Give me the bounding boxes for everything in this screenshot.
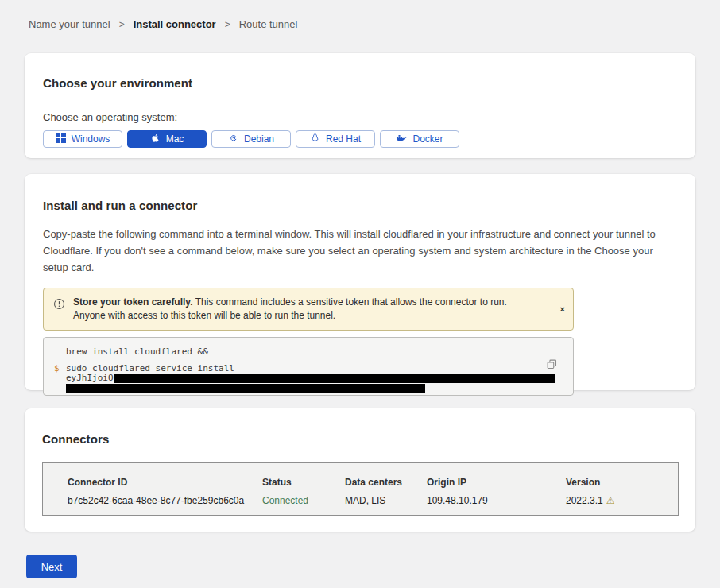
operating-system-label: Choose an operating system: [43, 111, 677, 123]
table-row: b7c52c42-6caa-48ee-8c77-fbe259cb6c0a Con… [68, 495, 678, 506]
breadcrumb-route-tunnel[interactable]: Route tunnel [239, 18, 298, 30]
column-data-centers: Data centers [345, 477, 427, 488]
terminal-prompt: $ [54, 363, 60, 373]
connectors-card-title: Connectors [42, 432, 678, 446]
os-button-redhat[interactable]: Red Hat [296, 130, 375, 148]
install-instructions: Copy-paste the following command into a … [43, 226, 672, 276]
column-origin-ip: Origin IP [427, 477, 566, 488]
redacted-token-bar [114, 374, 555, 383]
breadcrumb-separator: > [119, 19, 125, 30]
connectors-table: Connector ID Status Data centers Origin … [42, 462, 679, 516]
connectors-card: Connectors Connector ID Status Data cent… [25, 408, 695, 532]
docker-whale-logo-icon [396, 133, 407, 145]
data-centers-value: MAD, LIS [345, 495, 427, 506]
close-icon[interactable]: × [560, 305, 565, 314]
version-number: 2022.3.1 [566, 495, 603, 506]
os-button-group: Windows Mac Debian Red Hat Docker [43, 130, 677, 148]
install-command-block: $ brew install cloudflared && sudo cloud… [43, 337, 574, 396]
token-warning-banner: Store your token carefully. This command… [43, 288, 574, 331]
token-warning-title: Store your token carefully. [73, 296, 193, 308]
install-card-title: Install and run a connector [43, 199, 672, 212]
redacted-token-bar [66, 384, 425, 393]
choose-environment-card: Choose your environment Choose an operat… [25, 53, 695, 158]
apple-logo-icon [150, 133, 161, 145]
column-status: Status [262, 477, 345, 488]
os-button-label: Debian [244, 133, 274, 145]
debian-logo-icon [228, 133, 238, 145]
os-button-label: Red Hat [326, 133, 361, 145]
breadcrumb-install-connector[interactable]: Install connector [134, 18, 216, 30]
os-button-label: Docker [412, 133, 443, 145]
os-button-windows[interactable]: Windows [43, 130, 122, 148]
command-line-1: brew install cloudflared && [66, 347, 562, 357]
environment-card-title: Choose your environment [43, 76, 677, 90]
os-button-label: Windows [72, 133, 110, 145]
command-token-line-2 [66, 383, 562, 393]
os-button-label: Mac [166, 133, 184, 145]
column-version: Version [566, 477, 653, 488]
status-badge: Connected [262, 495, 345, 506]
command-token-line: eyJhIjoiO [66, 373, 562, 383]
os-button-debian[interactable]: Debian [211, 130, 291, 148]
windows-logo-icon [56, 133, 66, 145]
command-line-2: sudo cloudflared service install [66, 364, 562, 373]
breadcrumb-separator: > [225, 19, 230, 30]
connector-id-value: b7c52c42-6caa-48ee-8c77-fbe259cb6c0a [68, 495, 262, 506]
redhat-linux-logo-icon [310, 133, 320, 145]
breadcrumb-name-your-tunnel[interactable]: Name your tunnel [29, 18, 110, 30]
os-button-docker[interactable]: Docker [380, 130, 459, 148]
os-button-mac[interactable]: Mac [127, 130, 207, 148]
install-connector-card: Install and run a connector Copy-paste t… [25, 174, 695, 390]
token-warning-text: Store your token carefully. This command… [73, 296, 530, 323]
version-warning-icon: ⚠ [606, 495, 615, 506]
alert-circle-icon [53, 298, 65, 313]
breadcrumb: Name your tunnel > Install connector > R… [0, 0, 720, 30]
origin-ip-value: 109.48.10.179 [427, 495, 566, 506]
token-prefix: eyJhIjoiO [66, 373, 114, 383]
column-connector-id: Connector ID [68, 477, 262, 488]
next-button[interactable]: Next [26, 555, 77, 578]
copy-icon[interactable] [547, 359, 557, 372]
version-value: 2022.3.1⚠ [566, 495, 653, 506]
connectors-table-header: Connector ID Status Data centers Origin … [68, 477, 678, 488]
